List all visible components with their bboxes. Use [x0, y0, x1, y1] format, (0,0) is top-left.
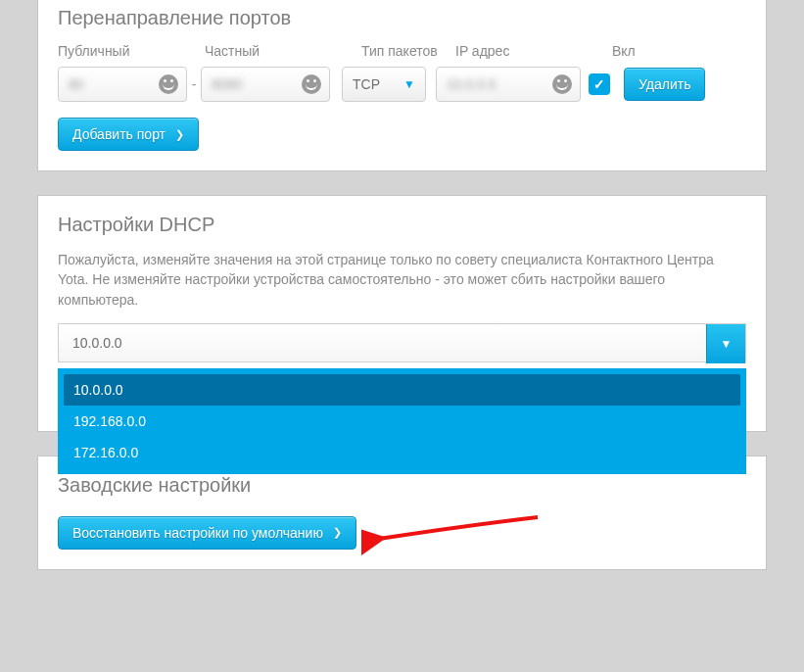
chevron-right-icon: ❯: [175, 128, 184, 141]
col-private: Частный: [205, 43, 361, 59]
ip-input[interactable]: 10.0.0.5: [436, 67, 581, 102]
port-forwarding-title: Перенаправление портов: [58, 7, 746, 29]
ip-value: 10.0.0.5: [447, 76, 552, 92]
protocol-value: TCP: [353, 76, 380, 92]
col-type: Тип пакетов: [361, 43, 455, 59]
private-port-value: 8080: [212, 76, 302, 92]
dhcp-subnet-options: 10.0.0.0 192.168.0.0 172.16.0.0: [58, 368, 746, 474]
chevron-down-icon: ▼: [721, 337, 733, 351]
delete-button[interactable]: Удалить: [624, 68, 705, 101]
dhcp-help-text: Пожалуйста, изменяйте значения на этой с…: [58, 250, 746, 310]
dhcp-subnet-selected[interactable]: 10.0.0.0 ▼: [58, 323, 746, 362]
dhcp-subnet-dropdown: 10.0.0.0 ▼ 10.0.0.0 192.168.0.0 172.16.0…: [58, 323, 746, 362]
delete-label: Удалить: [638, 76, 690, 92]
port-forwarding-headers: Публичный Частный Тип пакетов IP адрес В…: [58, 43, 746, 59]
chevron-down-icon: ▼: [403, 77, 415, 91]
dhcp-title: Настройки DHCP: [58, 214, 746, 236]
public-port-value: 80: [69, 76, 159, 92]
factory-title: Заводские настройки: [58, 474, 746, 497]
enabled-checkbox[interactable]: ✓: [589, 73, 610, 95]
col-enabled: Вкл: [612, 43, 659, 59]
subnet-option[interactable]: 10.0.0.0: [64, 374, 740, 406]
face-icon: [302, 74, 321, 94]
add-port-button[interactable]: Добавить порт ❯: [58, 118, 199, 151]
restore-defaults-label: Восстановить настройки по умолчанию: [72, 525, 323, 541]
restore-defaults-button[interactable]: Восстановить настройки по умолчанию ❯: [58, 516, 356, 550]
dhcp-panel: Настройки DHCP Пожалуйста, изменяйте зна…: [37, 195, 767, 432]
face-icon: [552, 74, 572, 94]
private-port-input[interactable]: 8080: [201, 67, 330, 102]
dhcp-subnet-value: 10.0.0.0: [72, 335, 122, 351]
range-dash: -: [187, 76, 201, 92]
check-icon: ✓: [593, 76, 605, 92]
port-forwarding-row: 80 - 8080 TCP ▼ 10.0.0.5 ✓ Удалить: [58, 67, 746, 102]
annotation-arrow: [361, 507, 547, 556]
public-port-input[interactable]: 80: [58, 67, 187, 102]
subnet-option[interactable]: 192.168.0.0: [64, 406, 740, 437]
protocol-select[interactable]: TCP ▼: [342, 67, 426, 102]
chevron-right-icon: ❯: [333, 526, 342, 539]
col-public: Публичный: [58, 43, 205, 59]
add-port-label: Добавить порт: [72, 126, 166, 142]
subnet-option[interactable]: 172.16.0.0: [64, 437, 740, 468]
col-ip: IP адрес: [455, 43, 612, 59]
face-icon: [159, 74, 178, 94]
dropdown-toggle[interactable]: ▼: [706, 324, 745, 363]
port-forwarding-panel: Перенаправление портов Публичный Частный…: [37, 0, 767, 171]
